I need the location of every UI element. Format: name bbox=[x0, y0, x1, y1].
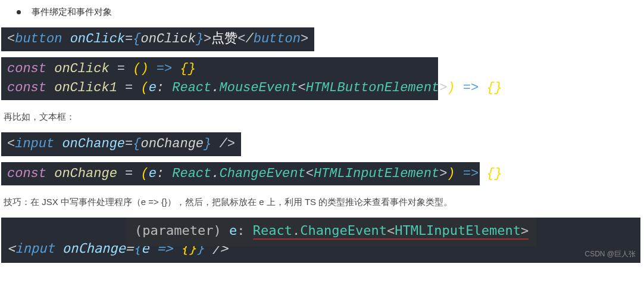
heading-text: 事件绑定和事件对象 bbox=[32, 5, 112, 19]
code-block-1: <button onClick={onClick}>点赞</button> bbox=[1, 27, 643, 51]
type-tooltip: (parameter) e: React.ChangeEvent<HTMLInp… bbox=[126, 218, 537, 246]
paragraph-2: 技巧：在 JSX 中写事件处理程序（e => {}），然后，把鼠标放在 e 上，… bbox=[4, 195, 640, 209]
code-block-4: const onChange = (e: React.ChangeEvent<H… bbox=[1, 162, 480, 186]
bullet-icon bbox=[17, 10, 21, 14]
code-block-3: <input onChange={onChange} /> bbox=[1, 132, 643, 156]
paragraph-1: 再比如，文本框： bbox=[4, 110, 640, 124]
watermark: CSDN @巨人张 bbox=[584, 249, 636, 260]
bullet-heading: 事件绑定和事件对象 bbox=[1, 5, 643, 19]
hover-example: (parameter) e: React.ChangeEvent<HTMLInp… bbox=[1, 218, 640, 262]
code-block-2: const onClick = () => {} const onClick1 … bbox=[1, 57, 438, 100]
